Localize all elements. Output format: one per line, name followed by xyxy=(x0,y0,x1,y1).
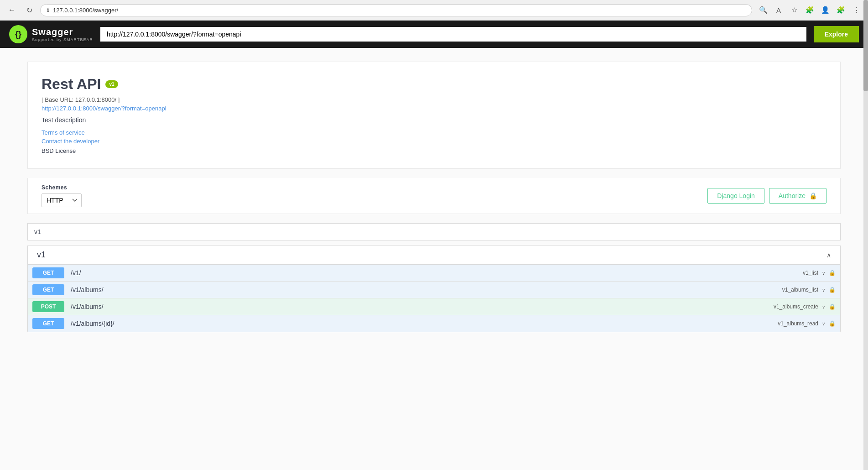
endpoint-chevron-albums-create: ∨ xyxy=(822,304,825,309)
schemes-label: Schemes xyxy=(42,184,82,191)
explore-button[interactable]: Explore xyxy=(814,26,859,42)
endpoint-row-v1-albums-list[interactable]: GET /v1/albums/ v1_albums_list ∨ 🔒 xyxy=(28,282,840,298)
api-description: Test description xyxy=(42,116,826,124)
swagger-subtitle: Supported by SMARTBEAR xyxy=(32,37,93,42)
endpoint-path-albums-list: /v1/albums/ xyxy=(71,286,782,293)
swagger-url-input[interactable] xyxy=(100,27,806,42)
endpoint-path-v1: /v1/ xyxy=(71,269,803,277)
browser-chrome: ← ↻ ℹ 127.0.0.1:8000/swagger/ 🔍 A ☆ 🧩 👤 … xyxy=(0,0,868,21)
method-badge-get-albums-list: GET xyxy=(32,284,64,295)
swagger-logo: {} Swagger Supported by SMARTBEAR xyxy=(9,25,93,43)
api-title-row: Rest API v1 xyxy=(42,76,826,93)
refresh-button[interactable]: ↻ xyxy=(23,4,36,16)
swagger-title: Swagger xyxy=(32,27,93,37)
endpoint-meta-v1-list: v1_list ∨ 🔒 xyxy=(803,270,836,276)
browser-actions: 🔍 A ☆ 🧩 👤 🧩 ⋮ xyxy=(757,4,863,16)
endpoint-lock-albums-create: 🔒 xyxy=(829,303,836,310)
api-group-title-v1: v1 xyxy=(37,250,46,260)
address-bar: ℹ 127.0.0.1:8000/swagger/ xyxy=(40,4,752,16)
address-bar-url: 127.0.0.1:8000/swagger/ xyxy=(53,7,745,14)
endpoint-row-v1-list[interactable]: GET /v1/ v1_list ∨ 🔒 xyxy=(28,265,840,282)
endpoint-path-albums-read: /v1/albums/{id}/ xyxy=(71,320,778,327)
operation-id-v1-list: v1_list xyxy=(803,270,818,276)
django-login-button[interactable]: Django Login xyxy=(707,188,764,204)
base-url: [ Base URL: 127.0.0.1:8000/ ] xyxy=(42,96,826,103)
endpoint-chevron-v1-list: ∨ xyxy=(822,271,825,276)
operation-id-albums-list: v1_albums_list xyxy=(782,287,818,293)
search-browser-button[interactable]: 🔍 xyxy=(757,4,769,16)
scrollbar[interactable] xyxy=(863,0,868,350)
authorize-button[interactable]: Authorize 🔒 xyxy=(769,188,826,204)
endpoint-meta-albums-list: v1_albums_list ∨ 🔒 xyxy=(782,287,836,293)
terms-of-service-link[interactable]: Terms of service xyxy=(42,129,826,136)
endpoint-meta-albums-read: v1_albums_read ∨ 🔒 xyxy=(778,320,836,327)
bookmark-button[interactable]: ☆ xyxy=(788,4,800,16)
license-text: BSD License xyxy=(42,147,76,154)
menu-button[interactable]: ⋮ xyxy=(850,4,863,16)
endpoint-row-v1-albums-create[interactable]: POST /v1/albums/ v1_albums_create ∨ 🔒 xyxy=(28,298,840,315)
api-info-section: Rest API v1 [ Base URL: 127.0.0.1:8000/ … xyxy=(27,62,841,169)
api-group-v1: v1 ∧ GET /v1/ v1_list ∨ 🔒 GET /v1/albums… xyxy=(27,245,841,332)
method-badge-post-albums: POST xyxy=(32,301,64,312)
api-filter-input[interactable] xyxy=(27,223,841,240)
api-groups: v1 ∧ GET /v1/ v1_list ∨ 🔒 GET /v1/albums… xyxy=(27,223,841,332)
endpoint-lock-v1-list: 🔒 xyxy=(829,270,836,276)
endpoint-lock-albums-list: 🔒 xyxy=(829,287,836,293)
main-content: Rest API v1 [ Base URL: 127.0.0.1:8000/ … xyxy=(0,48,868,350)
schema-link[interactable]: http://127.0.0.1:8000/swagger/?format=op… xyxy=(42,105,826,112)
extensions-button[interactable]: 🧩 xyxy=(803,4,816,16)
endpoint-chevron-albums-read: ∨ xyxy=(822,321,825,326)
endpoint-meta-albums-create: v1_albums_create ∨ 🔒 xyxy=(774,303,836,310)
puzzle-button[interactable]: 🧩 xyxy=(834,4,847,16)
profile-button[interactable]: 👤 xyxy=(819,4,832,16)
authorize-lock-icon: 🔒 xyxy=(809,192,817,199)
version-badge: v1 xyxy=(105,80,118,88)
endpoint-path-albums-create: /v1/albums/ xyxy=(71,303,774,310)
swagger-logo-icon: {} xyxy=(9,25,27,43)
method-badge-get-albums-read: GET xyxy=(32,318,64,329)
endpoint-lock-albums-read: 🔒 xyxy=(829,320,836,327)
endpoint-row-v1-albums-read[interactable]: GET /v1/albums/{id}/ v1_albums_read ∨ 🔒 xyxy=(28,315,840,332)
swagger-header: {} Swagger Supported by SMARTBEAR Explor… xyxy=(0,21,868,48)
scheme-select[interactable]: HTTP HTTPS xyxy=(42,193,82,207)
font-button[interactable]: A xyxy=(772,4,785,16)
method-badge-get-v1: GET xyxy=(32,267,64,278)
schemes-section: Schemes HTTP HTTPS Django Login Authoriz… xyxy=(27,178,841,214)
operation-id-albums-create: v1_albums_create xyxy=(774,303,818,310)
api-group-chevron-v1: ∧ xyxy=(826,251,831,259)
lock-icon: ℹ xyxy=(47,7,49,13)
scrollbar-thumb[interactable] xyxy=(863,0,868,91)
endpoint-chevron-albums-list: ∨ xyxy=(822,287,825,292)
api-title: Rest API xyxy=(42,76,101,93)
swagger-logo-text: Swagger Supported by SMARTBEAR xyxy=(32,27,93,42)
authorize-label: Authorize xyxy=(779,192,806,199)
operation-id-albums-read: v1_albums_read xyxy=(778,320,818,327)
contact-developer-link[interactable]: Contact the developer xyxy=(42,138,826,145)
auth-buttons: Django Login Authorize 🔒 xyxy=(707,188,826,204)
back-button[interactable]: ← xyxy=(5,4,18,16)
api-group-header-v1[interactable]: v1 ∧ xyxy=(28,245,840,265)
schemes-container: Schemes HTTP HTTPS xyxy=(42,184,82,207)
